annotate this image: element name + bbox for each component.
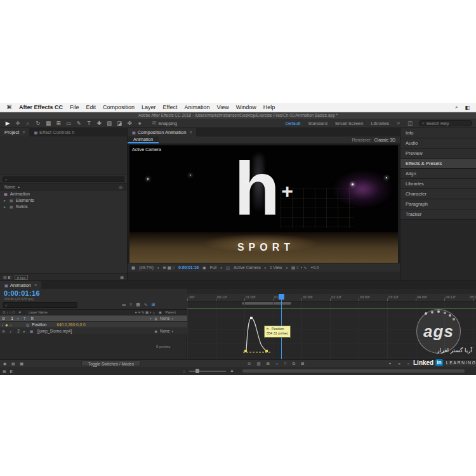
- panel-tab-audio[interactable]: Audio: [400, 138, 476, 149]
- menu-item-window[interactable]: Window: [236, 104, 256, 110]
- twirl-icon[interactable]: ▸: [4, 198, 7, 202]
- fit-selection-icon[interactable]: ⌗: [284, 361, 287, 366]
- composition-viewport[interactable]: h+ SPORT Active Camera: [129, 145, 398, 268]
- layer-name-column-label[interactable]: Layer Name: [29, 310, 48, 314]
- menu-app-name[interactable]: After Effects CC: [19, 104, 63, 110]
- tab-composition-animation[interactable]: ▦ Composition Animation ≡: [128, 128, 196, 136]
- tab-timeline-animation[interactable]: ▦ Animation ≡: [0, 281, 41, 289]
- tab-project[interactable]: Project ≡: [0, 128, 29, 136]
- pick-whip-icon[interactable]: ◉: [154, 317, 157, 321]
- menu-item-layer[interactable]: Layer: [142, 104, 156, 110]
- layer-row-jump-slomo[interactable]: ⊙ ♪ 2 ▸ ▦ [jump_Slomo.mp4] ◉ None ▾: [0, 328, 187, 334]
- control-center-icon[interactable]: ◧: [465, 105, 470, 110]
- stopwatch-icon[interactable]: ◷: [26, 322, 29, 327]
- menu-item-composition[interactable]: Composition: [103, 104, 135, 110]
- comp-flowchart-icon[interactable]: ⚏: [122, 302, 126, 307]
- toggle-switches-modes-button[interactable]: Toggle Switches / Modes: [81, 360, 141, 366]
- panel-tab-effects-presets[interactable]: Effects & Presets: [400, 159, 476, 169]
- view-layout-dropdown[interactable]: 1 View: [270, 265, 282, 270]
- spotlight-search-icon[interactable]: ⌕: [455, 104, 458, 110]
- menu-item-file[interactable]: File: [70, 104, 79, 110]
- project-item-elements[interactable]: ▸ ▤ Elements: [0, 197, 127, 203]
- tab-effect-controls[interactable]: ▦ Effect Controls h: [29, 128, 79, 136]
- zoom-in-icon[interactable]: ▲: [230, 368, 234, 373]
- pen-tool-icon[interactable]: ✎: [75, 120, 83, 126]
- puppet-pin-tool-icon[interactable]: ⚹: [136, 120, 143, 127]
- twirl-icon[interactable]: ▾: [17, 317, 21, 321]
- motion-blur-icon[interactable]: ∿: [144, 302, 148, 307]
- layer-name[interactable]: h: [31, 316, 34, 321]
- layer-switches[interactable]: ✦: [149, 317, 152, 321]
- snap-graph-icon[interactable]: ⊠: [301, 361, 304, 366]
- panel-menu-icon[interactable]: ≡: [22, 130, 25, 135]
- camera-view-dropdown[interactable]: Active Camera: [234, 265, 261, 270]
- manage-workspaces-icon[interactable]: ◫: [407, 120, 413, 126]
- shy-layers-icon[interactable]: ▦: [136, 302, 140, 307]
- project-item-animation[interactable]: ▦ Animation: [0, 190, 127, 197]
- eraser-tool-icon[interactable]: ◪: [116, 120, 123, 126]
- shape-tool-icon[interactable]: ▭: [65, 120, 72, 126]
- roto-brush-tool-icon[interactable]: ✜: [126, 120, 133, 126]
- brush-tool-icon[interactable]: ✚: [95, 120, 103, 126]
- workspace-default[interactable]: Default: [286, 121, 301, 126]
- choose-properties-icon[interactable]: ⊙: [248, 361, 251, 366]
- panel-tab-align[interactable]: Align: [400, 169, 476, 179]
- zoom-slider-handle[interactable]: [195, 369, 199, 373]
- zoom-out-icon[interactable]: △: [183, 369, 185, 373]
- renderer-value-button[interactable]: Classic 3D: [374, 138, 395, 142]
- graph-type-icon[interactable]: ▥: [256, 361, 260, 366]
- keyframe-helper-icons[interactable]: ✦ ⌯ ⌁: [388, 361, 412, 366]
- panel-tab-tracker[interactable]: Tracker: [400, 209, 476, 220]
- pick-whip-icon[interactable]: ◉: [154, 329, 157, 333]
- menu-item-edit[interactable]: Edit: [86, 104, 96, 110]
- search-help-input[interactable]: ⌕ Search Help: [419, 120, 472, 126]
- exposure-value[interactable]: +0.0: [311, 265, 319, 270]
- parent-dropdown[interactable]: None ▾: [160, 329, 185, 333]
- panel-tab-info[interactable]: Info: [400, 128, 476, 138]
- camera-tool-icon[interactable]: ▦: [44, 120, 52, 126]
- pan-behind-tool-icon[interactable]: ⊞: [55, 120, 62, 126]
- property-row-position[interactable]: ‹ ◆ › ◷ Position 640.0,360.0,0.0: [0, 322, 187, 328]
- panel-tab-character[interactable]: Character: [400, 189, 476, 199]
- hand-tool-icon[interactable]: ✛: [14, 120, 22, 126]
- filter-icon[interactable]: ◎: [119, 185, 122, 190]
- show-transform-box-icon[interactable]: ⊞: [267, 361, 270, 366]
- keyframe-navigator-icons[interactable]: ‹ ◆ ›: [2, 323, 15, 327]
- position-value[interactable]: 640.0,360.0,0.0: [56, 322, 85, 327]
- timeline-search-input[interactable]: ⌕: [3, 302, 77, 308]
- snapshot-icon[interactable]: ◉: [202, 265, 206, 270]
- horizontal-scrollbar[interactable]: [242, 369, 465, 373]
- eye-icon[interactable]: ⊙: [2, 316, 7, 321]
- zoom-tool-icon[interactable]: ⌕: [24, 120, 32, 127]
- panel-menu-icon[interactable]: ≡: [189, 130, 192, 135]
- clone-stamp-tool-icon[interactable]: ▨: [105, 120, 113, 126]
- resolution-dropdown[interactable]: Full: [210, 265, 216, 270]
- bit-depth-button[interactable]: 8 bpc: [15, 275, 28, 280]
- bottom-left-icons[interactable]: ◉ ▤ ▦: [3, 361, 25, 366]
- layer-row-h[interactable]: ⊙ 1 ▾ T h ✦ ◉ None ▾: [0, 315, 187, 322]
- menu-item-animation[interactable]: Animation: [184, 104, 209, 110]
- workspace-libraries[interactable]: Libraries: [371, 121, 389, 126]
- project-footer-icons[interactable]: ▥ ◧: [3, 275, 11, 279]
- auto-zoom-graph-icon[interactable]: ∩: [275, 361, 279, 366]
- view-option-icons[interactable]: ⊞ ▦ ⌗: [162, 265, 175, 270]
- snapping-checkbox[interactable]: ☑: [152, 121, 156, 126]
- panel-tab-paragraph[interactable]: Paragraph: [400, 199, 476, 209]
- apple-menu-icon[interactable]: ⌘: [6, 104, 12, 110]
- selection-tool-icon[interactable]: ▶: [4, 120, 11, 126]
- more-workspaces-icon[interactable]: »: [397, 120, 400, 126]
- panel-tab-preview[interactable]: Preview: [400, 149, 476, 159]
- type-tool-icon[interactable]: T: [85, 120, 93, 126]
- graph-editor-toggle-icon[interactable]: ⊞: [152, 302, 155, 307]
- property-name[interactable]: Position: [32, 322, 46, 327]
- grid-options-icon[interactable]: ▦: [131, 265, 135, 270]
- parent-column-label[interactable]: Parent: [166, 310, 176, 314]
- menu-item-help[interactable]: Help: [263, 104, 275, 110]
- rotation-tool-icon[interactable]: ↻: [34, 120, 42, 126]
- workspace-small-screen[interactable]: Small Screen: [335, 121, 364, 126]
- magnification-dropdown[interactable]: (49.7%): [139, 265, 154, 270]
- panel-menu-icon[interactable]: ≡: [34, 283, 37, 288]
- misc-view-icons[interactable]: ▤ ⌗ ◔ ∿: [291, 265, 307, 270]
- current-timecode[interactable]: 0:00:01:16: [4, 289, 40, 297]
- parent-dropdown[interactable]: None ▾: [160, 316, 185, 321]
